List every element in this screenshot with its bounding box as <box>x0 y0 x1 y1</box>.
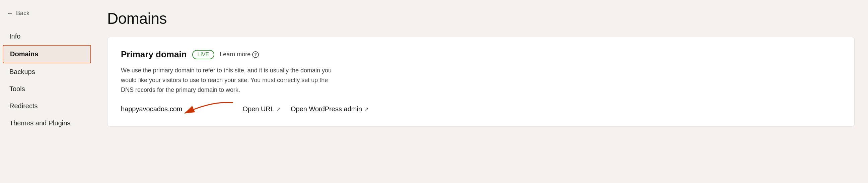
sidebar-item-themes-plugins[interactable]: Themes and Plugins <box>3 115 91 132</box>
sidebar-item-label: Tools <box>9 85 25 92</box>
sidebar-item-domains[interactable]: Domains <box>3 45 91 63</box>
external-link-icon-url: ↗ <box>276 106 281 112</box>
sidebar-nav: Info Domains Backups Tools Redirects The… <box>0 28 94 132</box>
domain-row: happyavocados.com Open URL ↗ <box>121 105 841 113</box>
open-url-label: Open URL <box>243 105 274 113</box>
sidebar-item-redirects[interactable]: Redirects <box>3 97 91 115</box>
info-circle-icon: ? <box>252 51 259 58</box>
open-wp-admin-link[interactable]: Open WordPress admin ↗ <box>291 105 368 113</box>
external-link-icon-admin: ↗ <box>364 106 368 112</box>
app-layout: ← Back Info Domains Backups Tools Redire… <box>0 0 868 183</box>
domain-actions: Open URL ↗ Open WordPress admin ↗ <box>243 105 368 113</box>
sidebar-item-tools[interactable]: Tools <box>3 81 91 97</box>
sidebar: ← Back Info Domains Backups Tools Redire… <box>0 0 94 183</box>
card-title: Primary domain <box>121 49 187 60</box>
sidebar-item-backups[interactable]: Backups <box>3 63 91 81</box>
card-header: Primary domain LIVE Learn more ? <box>121 49 841 60</box>
sidebar-item-label: Redirects <box>9 102 37 110</box>
sidebar-item-label: Backups <box>9 68 35 75</box>
sidebar-item-label: Info <box>9 32 21 40</box>
card-description: We use the primary domain to refer to th… <box>121 66 342 94</box>
sidebar-item-label: Domains <box>10 50 38 58</box>
sidebar-item-info[interactable]: Info <box>3 28 91 45</box>
back-label: Back <box>16 10 29 17</box>
sidebar-item-label: Themes and Plugins <box>9 119 70 127</box>
open-url-link[interactable]: Open URL ↗ <box>243 105 281 113</box>
red-arrow-decoration <box>181 99 235 119</box>
open-wp-admin-label: Open WordPress admin <box>291 105 362 113</box>
live-badge: LIVE <box>192 50 215 59</box>
learn-more-link[interactable]: Learn more ? <box>220 51 259 58</box>
domains-card: Primary domain LIVE Learn more ? We use … <box>107 37 855 127</box>
main-content: Domains Primary domain LIVE Learn more ?… <box>94 0 868 183</box>
page-title: Domains <box>107 9 855 28</box>
learn-more-label: Learn more <box>220 51 250 58</box>
domain-name: happyavocados.com <box>121 105 182 113</box>
back-button[interactable]: ← Back <box>0 9 94 28</box>
back-arrow-icon: ← <box>7 9 13 17</box>
